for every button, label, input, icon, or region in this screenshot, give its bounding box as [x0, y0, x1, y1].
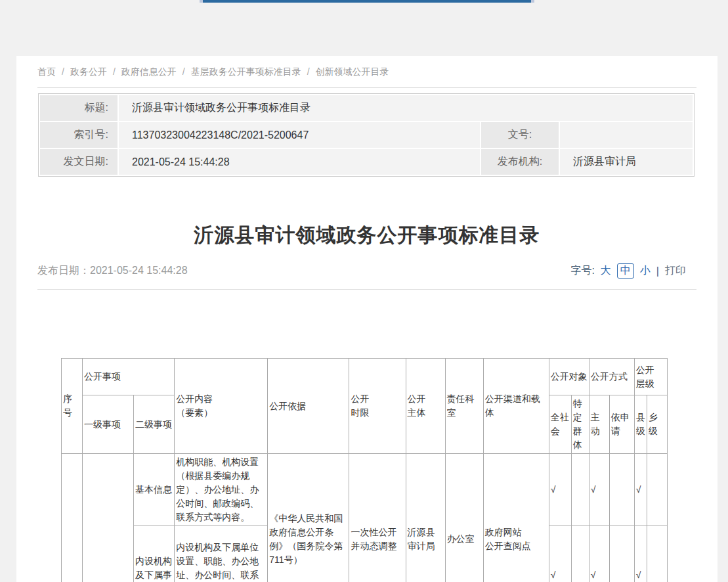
meta-title-value: 沂源县审计领域政务公开事项标准目录 [119, 95, 693, 121]
cell-seq [62, 454, 83, 582]
breadcrumb: 首页/政务公开/政府信息公开/基层政务公开事项标准目录/创新领域公开目录 [37, 56, 696, 78]
cell-item-l2: 内设机构及下属事业单位 [134, 526, 175, 582]
col-header-channel: 公开渠道和载体 [483, 359, 549, 454]
cell-check-audience-specific [571, 454, 589, 526]
cell-check-level-county: √ [634, 526, 647, 582]
cell-subject: 沂源县审计局 [406, 454, 445, 582]
col-header-method-request: 依申请 [609, 395, 634, 454]
font-size-medium-button[interactable]: 中 [617, 263, 634, 279]
col-header-level: 公开 层级 [634, 359, 667, 395]
cell-check-level-town [647, 526, 667, 582]
cell-content: 机构职能、机构设置（根据县委编办规定）、办公地址、办公时间、邮政编码、联系方式等… [175, 454, 268, 526]
font-size-small-button[interactable]: 小 [640, 264, 651, 278]
catalog-table: 序号 公开事项 公开内容 （要素） 公开依据 公开 时限 公开 主体 责任科室 … [61, 358, 668, 582]
breadcrumb-divider [37, 87, 696, 88]
cell-check-method-request [609, 454, 634, 526]
col-header-subject: 公开 主体 [406, 359, 445, 454]
meta-docno-label: 文号: [481, 122, 559, 148]
print-button[interactable]: 打印 [665, 264, 686, 278]
meta-publisher-label: 发布机构: [481, 149, 559, 175]
cell-check-audience-specific [571, 526, 589, 582]
publish-date: 发布日期：2021-05-24 15:44:28 [37, 264, 188, 278]
catalog-header-row-1: 序号 公开事项 公开内容 （要素） 公开依据 公开 时限 公开 主体 责任科室 … [62, 359, 668, 395]
meta-row-title: 标题: 沂源县审计领域政务公开事项标准目录 [40, 95, 693, 121]
meta-issuedate-value: 2021-05-24 15:44:28 [119, 149, 480, 175]
col-header-audience-all: 全社会 [549, 395, 571, 454]
cell-basis: 《中华人民共和国政府信息公开条例》（国务院令第711号） [268, 454, 349, 582]
meta-issuedate-label: 发文日期: [40, 149, 118, 175]
meta-row-index: 索引号: 11370323004223148C/2021-5200647 文号: [40, 122, 693, 148]
cell-item-l2: 基本信息 [134, 454, 175, 526]
breadcrumb-separator: / [113, 66, 116, 77]
breadcrumb-separator: / [182, 66, 185, 77]
cell-check-level-town [647, 454, 667, 526]
cell-check-method-active: √ [589, 526, 609, 582]
top-nav-bar-fragment [200, 0, 534, 3]
meta-index-value: 11370323004223148C/2021-5200647 [119, 122, 480, 148]
cell-time: 一次性公开并动态调整 [349, 454, 406, 582]
meta-row-date: 发文日期: 2021-05-24 15:44:28 发布机构: 沂源县审计局 [40, 149, 693, 175]
cell-dept: 办公室 [445, 454, 483, 582]
font-size-large-button[interactable]: 大 [601, 264, 611, 278]
meta-index-label: 索引号: [40, 122, 118, 148]
meta-title-label: 标题: [40, 95, 118, 121]
font-size-tools: 字号: 大 中 小 | 打印 [570, 263, 686, 279]
col-header-item-l1: 一级事项 [83, 395, 134, 454]
col-header-level-county: 县级 [634, 395, 647, 454]
meta-docno-value [560, 122, 693, 148]
toolbar-divider: | [656, 265, 659, 277]
col-header-audience: 公开对象 [549, 359, 589, 395]
cell-check-level-county: √ [634, 454, 647, 526]
breadcrumb-link-jczwgk[interactable]: 基层政务公开事项标准目录 [191, 66, 301, 77]
cell-check-method-active: √ [589, 454, 609, 526]
breadcrumb-separator: / [307, 66, 310, 77]
col-header-method: 公开方式 [589, 359, 634, 395]
publish-date-label: 发布日期： [37, 265, 90, 276]
cell-check-audience-all: √ [549, 526, 571, 582]
breadcrumb-link-home[interactable]: 首页 [37, 66, 56, 77]
meta-publisher-value: 沂源县审计局 [560, 149, 693, 175]
document-meta-table: 标题: 沂源县审计领域政务公开事项标准目录 索引号: 1137032300422… [38, 93, 695, 177]
article-toolbar: 发布日期：2021-05-24 15:44:28 字号: 大 中 小 | 打印 [37, 263, 696, 279]
content-panel: 首页/政务公开/政府信息公开/基层政务公开事项标准目录/创新领域公开目录 标题:… [16, 56, 717, 582]
table-row: 基本信息 机构职能、机构设置（根据县委编办规定）、办公地址、办公时间、邮政编码、… [62, 454, 668, 526]
publish-date-value: 2021-05-24 15:44:28 [90, 265, 188, 276]
col-header-content: 公开内容 （要素） [175, 359, 268, 454]
col-header-audience-specific: 特定群体 [571, 395, 589, 454]
article-divider [37, 289, 696, 290]
col-header-time: 公开 时限 [349, 359, 406, 454]
breadcrumb-link-zfxxgk[interactable]: 政府信息公开 [121, 66, 177, 77]
col-header-seq: 序号 [62, 359, 83, 454]
col-header-item-l2: 二级事项 [134, 395, 175, 454]
cell-check-audience-all: √ [549, 454, 571, 526]
cell-item-l1 [83, 454, 134, 582]
page-title: 沂源县审计领域政务公开事项标准目录 [37, 223, 696, 248]
font-size-label: 字号: [570, 264, 594, 278]
col-header-level-town: 乡级 [647, 395, 667, 454]
cell-channel: 政府网站 公开查阅点 [483, 454, 549, 582]
breadcrumb-link-cxly[interactable]: 创新领域公开目录 [316, 66, 389, 77]
breadcrumb-separator: / [62, 66, 64, 77]
cell-check-method-request [609, 526, 634, 582]
col-header-item: 公开事项 [83, 359, 175, 395]
col-header-dept: 责任科室 [445, 359, 483, 454]
breadcrumb-link-zwgk[interactable]: 政务公开 [70, 66, 107, 77]
col-header-basis: 公开依据 [268, 359, 349, 454]
col-header-method-active: 主动 [589, 395, 609, 454]
cell-content: 内设机构及下属单位设置、职能、办公地址、办公时间、联系方式、负责人姓名等信息。 [175, 526, 268, 582]
